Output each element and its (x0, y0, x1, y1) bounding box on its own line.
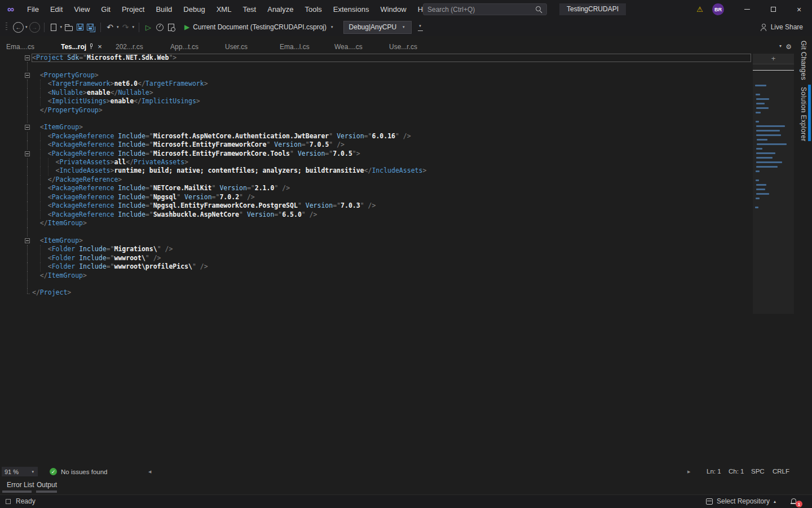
code-line[interactable]: <PrivateAssets>all</PrivateAssets> (0, 158, 753, 167)
indentation-indicator[interactable]: SPC (751, 468, 765, 475)
code-line[interactable]: <PackageReference Include="Swashbuckle.A… (0, 211, 753, 219)
start-debugging-button[interactable]: ▶ Current Document (TestingCRUDAPI.cspro… (184, 23, 334, 31)
tab-202-r-cs[interactable]: 202...r.cs (109, 40, 164, 54)
scroll-left-arrow-icon[interactable]: ◀ (148, 470, 151, 474)
menu-item-extensions[interactable]: Extensions (328, 0, 375, 19)
tab-list-chevron-icon[interactable]: ▾ (779, 43, 782, 49)
avatar[interactable]: BR (712, 3, 724, 15)
fold-collapse-icon[interactable] (25, 55, 30, 60)
start-without-debugging-button[interactable]: ▷ (143, 21, 154, 33)
navigate-forward-button[interactable]: → (29, 22, 40, 33)
menu-item-debug[interactable]: Debug (178, 0, 210, 19)
menu-item-window[interactable]: Window (374, 0, 412, 19)
find-in-files-button[interactable] (165, 21, 176, 33)
tab-user-cs[interactable]: User.cs (219, 40, 273, 54)
menu-item-view[interactable]: View (68, 0, 95, 19)
code-line[interactable]: <Folder Include="Migrations\" /> (0, 245, 753, 253)
code-line[interactable]: </PackageReference> (0, 176, 753, 184)
minimize-button[interactable] (734, 0, 760, 19)
code-editor[interactable]: <Project Sdk="Microsoft.NET.Sdk.Web"> <P… (0, 54, 753, 466)
tab-ema-cs[interactable]: Ema....cs (0, 40, 55, 54)
fold-collapse-icon[interactable] (25, 151, 30, 156)
configuration-dropdown[interactable]: Debug|AnyCPU ▾ (343, 21, 412, 34)
settings-gear-icon[interactable]: ⚙ (785, 43, 792, 51)
code-line[interactable] (0, 280, 753, 288)
code-line[interactable]: </Project> (0, 288, 753, 297)
document-health-indicator[interactable]: ✓ No issues found (50, 467, 107, 476)
select-repository-button[interactable]: Select Repository ▴ (706, 497, 776, 505)
search-box[interactable]: Search (Ctrl+Q) (423, 3, 547, 15)
toolbar-grip[interactable] (6, 23, 7, 32)
zoom-select[interactable]: 91 % ▾ (2, 467, 38, 476)
menu-item-analyze[interactable]: Analyze (262, 0, 299, 19)
code-line[interactable]: <ImplicitUsings>enable</ImplicitUsings> (0, 97, 753, 106)
menu-item-build[interactable]: Build (150, 0, 178, 19)
navigate-back-button[interactable]: ← (13, 22, 24, 33)
warning-icon[interactable]: ⚠ (692, 5, 708, 14)
solution-name[interactable]: TestingCRUDAPI (559, 3, 626, 15)
code-line[interactable]: <ItemGroup> (0, 237, 753, 245)
new-file-dropdown-icon[interactable]: ▾ (60, 25, 63, 29)
notification-badge[interactable]: 1 (796, 501, 802, 507)
undo-button[interactable]: ↶ (104, 21, 116, 33)
code-line[interactable]: <PackageReference Include="NETCore.MailK… (0, 184, 753, 192)
line-ending-indicator[interactable]: CRLF (773, 468, 789, 475)
rail-tab-git-changes[interactable]: Git Changes (800, 41, 807, 80)
code-line[interactable]: </ItemGroup> (0, 219, 753, 227)
fold-margin[interactable] (0, 150, 32, 158)
fold-collapse-icon[interactable] (25, 125, 30, 130)
code-line[interactable]: <PackageReference Include="Npgsql" Versi… (0, 193, 753, 202)
code-line[interactable]: </PropertyGroup> (0, 106, 753, 115)
code-line[interactable]: <PackageReference Include="Microsoft.Ent… (0, 150, 753, 158)
tab-use-r-cs[interactable]: Use...r.cs (383, 40, 438, 54)
profiler-button[interactable] (154, 21, 165, 33)
undo-dropdown-icon[interactable]: ▾ (117, 25, 119, 29)
tab-error-list[interactable]: Error List (7, 481, 34, 489)
tab-wea-cs[interactable]: Wea....cs (328, 40, 383, 54)
code-line[interactable]: <Folder Include="wwwroot\" /> (0, 254, 753, 262)
code-line[interactable]: <Project Sdk="Microsoft.NET.Sdk.Web"> (0, 54, 753, 62)
menu-item-test[interactable]: Test (237, 0, 262, 19)
code-line[interactable]: <PackageReference Include="Microsoft.Ent… (0, 141, 753, 149)
fold-collapse-icon[interactable] (25, 73, 30, 78)
rail-tab-solution-explorer[interactable]: Solution Explorer (800, 87, 807, 141)
fold-margin[interactable] (0, 71, 32, 80)
code-line[interactable]: <PackageReference Include="Microsoft.Asp… (0, 132, 753, 141)
save-all-button[interactable] (86, 21, 97, 33)
menu-item-project[interactable]: Project (116, 0, 150, 19)
tab-app-t-cs[interactable]: App...t.cs (164, 40, 219, 54)
menu-item-edit[interactable]: Edit (45, 0, 68, 19)
fold-collapse-icon[interactable] (25, 238, 30, 243)
open-file-button[interactable] (63, 21, 74, 33)
tab-output[interactable]: Output (37, 481, 57, 489)
code-line[interactable]: <IncludeAssets>runtime; build; native; c… (0, 167, 753, 175)
line-indicator[interactable]: Ln: 1 (707, 468, 721, 475)
tab-tes-roj[interactable]: Tes...roj× (55, 40, 109, 54)
fold-margin[interactable] (0, 54, 32, 62)
code-line[interactable]: <TargetFramework>net6.0</TargetFramework… (0, 80, 753, 88)
scroll-right-arrow-icon[interactable]: ▶ (687, 470, 690, 474)
code-line[interactable] (0, 62, 753, 71)
minimap-scrollbar[interactable]: + (753, 54, 794, 314)
code-line[interactable]: <PackageReference Include="Npgsql.Entity… (0, 202, 753, 210)
close-button[interactable]: × (786, 0, 812, 19)
live-share-button[interactable]: Live Share (760, 23, 803, 31)
new-file-button[interactable] (48, 21, 59, 33)
tab-ema-l-cs[interactable]: Ema...l.cs (273, 40, 328, 54)
pin-icon[interactable] (89, 43, 94, 50)
menu-item-xml[interactable]: XML (211, 0, 237, 19)
fold-margin[interactable] (0, 123, 32, 132)
code-line[interactable]: <ItemGroup> (0, 123, 753, 132)
redo-button[interactable]: ↷ (120, 21, 131, 33)
close-tab-icon[interactable]: × (96, 43, 104, 50)
code-line[interactable] (0, 115, 753, 123)
column-indicator[interactable]: Ch: 1 (729, 468, 744, 475)
redo-dropdown-icon[interactable]: ▾ (133, 25, 135, 29)
code-line[interactable]: <Nullable>enable</Nullable> (0, 89, 753, 97)
fold-margin[interactable] (0, 237, 32, 245)
navigate-back-dropdown-icon[interactable]: ▾ (25, 25, 28, 29)
code-line[interactable]: </ItemGroup> (0, 271, 753, 280)
search-icon[interactable] (535, 6, 542, 13)
code-line[interactable] (0, 227, 753, 236)
save-button[interactable] (74, 21, 86, 33)
